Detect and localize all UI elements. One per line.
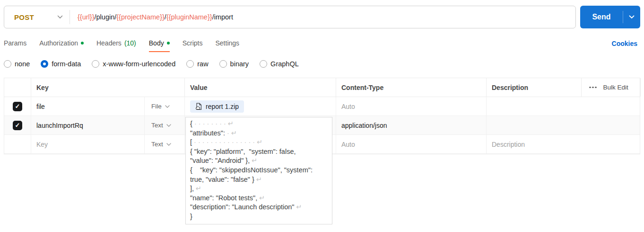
content-type-cell[interactable]: application/json <box>336 116 487 134</box>
header-content-type: Content-Type <box>336 78 487 97</box>
tab-body[interactable]: Body <box>149 39 170 52</box>
chevron-down-icon <box>166 143 171 146</box>
tab-label: Authorization <box>39 39 78 47</box>
checkbox-checked-icon[interactable]: ✓ <box>13 121 22 130</box>
bulk-edit-button[interactable]: Bulk Edit <box>603 84 628 91</box>
key-cell[interactable]: Key <box>31 135 145 153</box>
row-select-cell: ✓ <box>4 116 31 134</box>
url-variable: {{projectName}} <box>116 13 165 21</box>
headers-count: (10) <box>124 39 136 47</box>
editor-line: } <box>190 212 328 222</box>
url-path: /import <box>212 13 233 21</box>
radio-icon <box>186 60 194 68</box>
mode-raw[interactable]: raw <box>186 60 208 68</box>
file-name: report 1.zip <box>206 103 239 110</box>
editor-line: ], ↵ <box>190 184 328 194</box>
tab-authorization[interactable]: Authorization <box>39 39 84 52</box>
body-mode-options: none form-data x-www-form-urlencoded raw… <box>4 60 299 68</box>
mode-binary[interactable]: binary <box>219 60 249 68</box>
header-value: Value <box>185 78 336 97</box>
status-dot-icon <box>81 42 84 45</box>
url-input[interactable]: {{url}}/plugin/{{projectName}}/{{pluginN… <box>70 13 233 21</box>
url-path: /plugin/ <box>95 13 117 21</box>
more-options-icon[interactable] <box>588 86 598 89</box>
form-data-table: Key Value Content-Type Description Bulk … <box>4 78 640 154</box>
description-cell[interactable]: Description <box>487 135 641 153</box>
status-dot-icon <box>167 42 170 45</box>
tab-label: Params <box>4 39 26 47</box>
chevron-down-icon <box>165 105 170 108</box>
file-icon <box>195 103 202 110</box>
method-select[interactable]: POST <box>4 6 70 28</box>
tab-label: Body <box>149 39 164 47</box>
table-header-row: Key Value Content-Type Description Bulk … <box>4 78 640 97</box>
url-variable: {{url}} <box>78 13 95 21</box>
request-tabs: Params Authorization Headers (10) Body S… <box>4 39 239 52</box>
editor-line: "value": "Android" }, ↵ <box>190 156 328 166</box>
header-description: Description <box>487 78 582 97</box>
chevron-down-icon <box>57 15 63 19</box>
tab-label: Settings <box>216 39 240 47</box>
tab-settings[interactable]: Settings <box>216 39 240 52</box>
method-label: POST <box>14 13 34 21</box>
editor-line: "name": "Robot tests", ↵ <box>190 194 328 203</box>
key-cell[interactable]: file <box>31 97 145 116</box>
description-cell[interactable] <box>487 116 641 134</box>
header-key: Key <box>31 78 185 97</box>
chevron-down-icon <box>166 124 171 127</box>
editor-line: [ · · · · · · · · · · · · · · · ↵ <box>190 138 328 147</box>
value-cell: report 1.zip <box>185 97 336 116</box>
editor-line: { · · · · · · · · ↵ <box>190 119 328 129</box>
tab-label: Headers <box>96 39 122 47</box>
description-cell[interactable] <box>487 97 641 116</box>
radio-icon <box>92 60 99 68</box>
radio-selected-icon <box>41 60 48 68</box>
editor-line: true, "value": "false" } ↵ <box>190 175 328 185</box>
chevron-down-icon <box>629 15 635 19</box>
tab-headers[interactable]: Headers (10) <box>96 39 136 52</box>
editor-line: "description": "Launch description" ↵ <box>190 203 328 212</box>
mode-graphql[interactable]: GraphQL <box>260 60 299 68</box>
header-select-cell <box>4 78 31 97</box>
url-variable: {{pluginName}} <box>166 13 212 21</box>
send-options-button[interactable] <box>623 6 640 28</box>
type-select[interactable]: File <box>145 97 185 116</box>
radio-icon <box>219 60 227 68</box>
tab-label: Scripts <box>183 39 203 47</box>
key-cell[interactable]: launchImportRq <box>31 116 145 134</box>
editor-line: "attributes": · ↵ <box>190 129 328 138</box>
content-type-cell[interactable]: Auto <box>336 135 487 153</box>
row-select-cell: ✓ <box>4 97 31 116</box>
type-select[interactable]: Text <box>145 116 185 134</box>
radio-icon <box>4 60 11 68</box>
mode-none[interactable]: none <box>4 60 30 68</box>
request-url-bar: POST {{url}}/plugin/{{projectName}}/{{pl… <box>4 6 576 28</box>
send-button-group: Send <box>580 6 640 28</box>
value-editor-textarea[interactable]: { · · · · · · · · ↵ "attributes": · ↵ [ … <box>185 117 332 224</box>
header-bulk-edit: Bulk Edit <box>582 78 641 97</box>
mode-form-data[interactable]: form-data <box>41 60 81 68</box>
content-type-cell[interactable]: Auto <box>336 97 487 116</box>
editor-line: { "key": "platform", "system": false, <box>190 147 328 157</box>
mode-x-www-form-urlencoded[interactable]: x-www-form-urlencoded <box>92 60 175 68</box>
table-row-file: ✓ file File report 1.zip Auto <box>4 97 640 116</box>
radio-icon <box>260 60 267 68</box>
cookies-link[interactable]: Cookies <box>612 40 637 47</box>
tab-scripts[interactable]: Scripts <box>183 39 203 52</box>
send-button[interactable]: Send <box>580 6 623 28</box>
checkbox-checked-icon[interactable]: ✓ <box>13 102 22 111</box>
type-select[interactable]: Text <box>145 135 185 153</box>
row-select-cell <box>4 135 31 153</box>
editor-line: { "key": "skippedIsNotIssue", "system": <box>190 166 328 175</box>
file-chip[interactable]: report 1.zip <box>190 100 244 113</box>
tab-params[interactable]: Params <box>4 39 26 52</box>
postman-request-page: { "request": { "method": "POST", "url_se… <box>0 0 644 232</box>
